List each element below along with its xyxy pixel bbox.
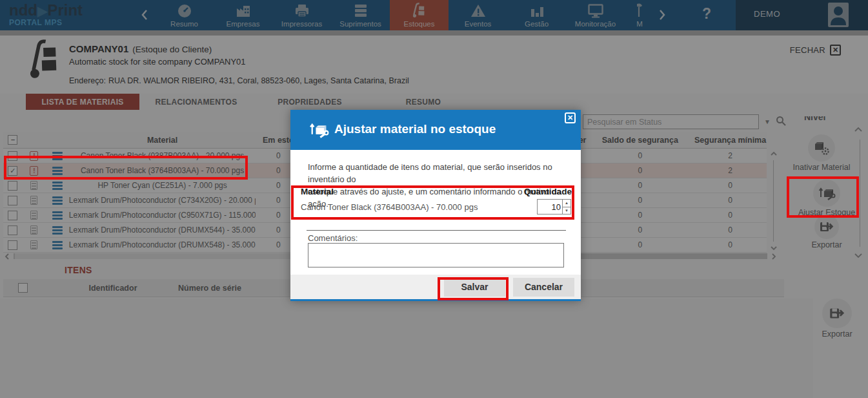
app-window: ndd▶Print PORTAL MPS Resumo Empresas xyxy=(0,0,868,398)
dialog-title: Ajustar material no estoque xyxy=(334,122,496,136)
material-field-label: Material xyxy=(301,187,334,196)
spin-up-icon[interactable]: ▲ xyxy=(563,200,570,207)
quantity-field-label: Quantidade xyxy=(524,187,572,196)
comments-textarea[interactable] xyxy=(308,243,564,267)
adjust-stock-icon xyxy=(308,120,330,143)
spin-down-icon[interactable]: ▼ xyxy=(563,207,570,215)
dialog-description-line1: Informe a quantidade de itens do materia… xyxy=(308,161,581,185)
dialog-close-icon[interactable]: ✕ xyxy=(565,112,576,123)
quantity-spin-buttons: ▲ ▼ xyxy=(562,200,570,214)
quantity-input[interactable] xyxy=(538,200,562,214)
dialog-divider xyxy=(307,230,566,231)
comments-label: Comentários: xyxy=(308,233,358,243)
ajustar-material-dialog: Ajustar material no estoque ✕ Informe a … xyxy=(290,110,581,301)
dialog-footer: Salvar Cancelar xyxy=(290,275,581,299)
material-field-value: Canon Toner Black (3764B003AA) - 70.000 … xyxy=(301,202,478,212)
quantity-stepper[interactable]: ▲ ▼ xyxy=(537,199,571,215)
cancel-button[interactable]: Cancelar xyxy=(513,278,574,297)
dialog-header: Ajustar material no estoque ✕ xyxy=(290,110,581,150)
save-button[interactable]: Salvar xyxy=(444,278,505,297)
